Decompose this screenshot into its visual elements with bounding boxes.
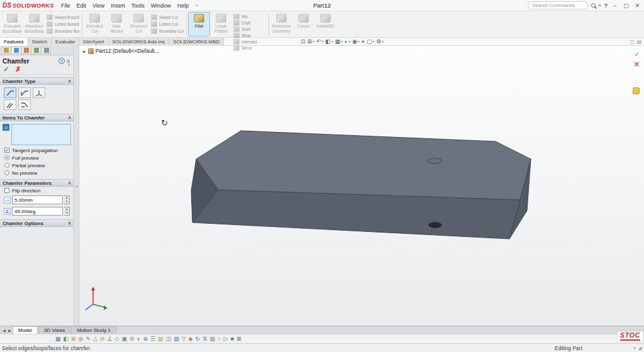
zoom-to-area-icon[interactable]: ⊞▾ bbox=[308, 39, 314, 45]
bottom-tool-icon-12[interactable]: ◐ bbox=[137, 336, 140, 342]
feature-manager-tab[interactable] bbox=[1, 47, 11, 54]
group-chamfer-parameters[interactable]: Chamfer Parameters ∧ bbox=[0, 179, 74, 187]
view-settings-icon[interactable]: ⚙▾ bbox=[376, 39, 384, 45]
bottom-tab-3d-views[interactable]: 3D Views bbox=[38, 326, 71, 334]
previous-view-icon[interactable]: ↶▾ bbox=[316, 39, 323, 45]
bottom-tool-icon-22[interactable]: ▨ bbox=[210, 336, 216, 342]
bottom-tool-icon-11[interactable]: ⚙ bbox=[130, 336, 135, 342]
status-caret-icon[interactable]: ▾ bbox=[633, 346, 636, 351]
ribbon-shell[interactable]: Shell bbox=[233, 26, 266, 32]
section-view-icon[interactable]: ◧▾ bbox=[325, 39, 333, 45]
bottom-tool-icon-10[interactable]: ▣ bbox=[121, 336, 127, 342]
bottom-tool-icon-5[interactable]: ✎ bbox=[86, 336, 91, 342]
ribbon-lofted-cut[interactable]: Lofted Cut bbox=[151, 21, 184, 27]
ok-button[interactable]: ✓ bbox=[3, 66, 9, 72]
menu-expand-icon[interactable]: » bbox=[193, 3, 199, 8]
menu-help[interactable]: Help bbox=[174, 3, 192, 9]
command-help-icon[interactable]: ? bbox=[58, 58, 65, 64]
apply-scene-icon[interactable]: ▢▾ bbox=[367, 39, 374, 45]
bottom-tool-icon-1[interactable]: ▦ bbox=[55, 336, 61, 342]
bottom-tool-icon-8[interactable]: ∠ bbox=[107, 336, 112, 342]
angle-input[interactable]: 45.00deg bbox=[12, 207, 63, 216]
bottom-tab-motion-study-1[interactable]: Motion Study 1 bbox=[71, 326, 116, 334]
bottom-tool-icon-26[interactable]: ⊠ bbox=[236, 336, 242, 342]
ribbon-swept-cut[interactable]: Swept Cut bbox=[151, 14, 184, 20]
feature-tree-root[interactable]: Part12 (Default<<Default... bbox=[96, 48, 159, 54]
tab-evaluate[interactable]: Evaluate bbox=[52, 38, 79, 46]
chamfer-type-face-face-button[interactable] bbox=[18, 99, 31, 110]
ribbon-extruded-boss-base[interactable]: Extruded Boss/Base bbox=[1, 12, 23, 36]
tab-scroll-left-icon[interactable]: ◀ bbox=[1, 328, 7, 334]
distance-spinner[interactable]: ▲▼ bbox=[64, 195, 70, 204]
confirmation-ok-icon[interactable]: ✓ bbox=[634, 51, 639, 58]
tab-features[interactable]: Features bbox=[0, 38, 28, 46]
bottom-tool-icon-20[interactable]: ↻ bbox=[196, 336, 201, 342]
ribbon-instant3d[interactable]: Instant3D bbox=[314, 12, 336, 36]
zoom-to-fit-icon[interactable]: ⊡ bbox=[301, 39, 306, 45]
pane-toggle-icon[interactable]: ◻ bbox=[630, 39, 635, 45]
chamfer-type-distance-distance-button[interactable] bbox=[18, 87, 31, 98]
flip-direction-checkbox[interactable]: Flip direction bbox=[0, 187, 74, 194]
angle-spinner[interactable]: ▲▼ bbox=[64, 207, 70, 216]
bottom-tool-icon-15[interactable]: ▥ bbox=[158, 336, 164, 342]
ribbon-intersect[interactable]: Intersect bbox=[233, 39, 266, 45]
part-top-face[interactable] bbox=[196, 131, 531, 200]
radio-full-preview[interactable]: Full preview bbox=[0, 154, 74, 162]
bottom-tool-icon-24[interactable]: ▷ bbox=[224, 336, 228, 342]
bottom-tool-icon-21[interactable]: ⇅ bbox=[203, 336, 208, 342]
group-chamfer-type[interactable]: Chamfer Type ∧ bbox=[0, 77, 74, 85]
search-icon[interactable] bbox=[591, 3, 596, 8]
search-commands-input[interactable]: Search Commands bbox=[528, 1, 588, 9]
property-manager-tab[interactable] bbox=[11, 47, 21, 54]
task-pane-icon[interactable] bbox=[633, 87, 640, 94]
tab-sketch[interactable]: Sketch bbox=[28, 38, 52, 46]
tangent-propagation-checkbox[interactable]: ✓ Tangent propagation bbox=[0, 146, 74, 154]
ribbon-revolved-boss-base[interactable]: Revolved Boss/Base bbox=[23, 12, 45, 36]
ribbon-boundary-boss-base[interactable]: Boundary Boss/Base bbox=[47, 28, 79, 35]
group-chamfer-options[interactable]: Chamfer Options ∨ bbox=[0, 219, 74, 227]
help-icon[interactable]: ? bbox=[604, 3, 608, 9]
bottom-tool-icon-18[interactable]: ▽ bbox=[182, 336, 186, 342]
bottom-tool-icon-9[interactable]: ◇ bbox=[115, 336, 119, 342]
configuration-manager-tab[interactable] bbox=[21, 47, 31, 54]
front-hole[interactable] bbox=[429, 223, 441, 228]
chamfer-type-vertex-button[interactable] bbox=[33, 87, 45, 98]
minimize-button[interactable]: – bbox=[611, 3, 619, 9]
close-button[interactable]: ✕ bbox=[633, 3, 641, 9]
cancel-button[interactable]: ✗ bbox=[15, 66, 21, 72]
chamfer-type-offset-face-button[interactable] bbox=[4, 99, 16, 110]
bottom-tool-icon-16[interactable]: ◫ bbox=[166, 336, 172, 342]
bottom-tool-icon-14[interactable]: ☰ bbox=[150, 336, 155, 342]
bottom-tool-icon-25[interactable]: ■ bbox=[230, 336, 233, 342]
menu-view[interactable]: View bbox=[89, 3, 108, 9]
bottom-tool-icon-19[interactable]: ◆ bbox=[189, 336, 193, 342]
ribbon-boundary-cut[interactable]: Boundary Cut bbox=[151, 28, 184, 35]
view-orientation-icon[interactable]: ▦▾ bbox=[335, 39, 342, 45]
ribbon-hole-wizard[interactable]: Hole Wizard bbox=[106, 12, 128, 36]
tab-dimxpert[interactable]: DimXpert bbox=[79, 38, 108, 46]
graphics-viewport[interactable]: ↻ ▶ Part12 (Default<<Default... ✓ ✕ bbox=[79, 46, 644, 326]
confirmation-cancel-icon[interactable]: ✕ bbox=[634, 60, 640, 69]
ribbon-wrap[interactable]: Wrap bbox=[233, 33, 266, 38]
maximize-button[interactable]: ▢ bbox=[622, 3, 630, 9]
pane-layout-icon[interactable]: ▤ bbox=[636, 39, 641, 45]
ribbon-reference-geometry[interactable]: Reference Geometry bbox=[270, 12, 292, 36]
part-model[interactable]: ↻ bbox=[79, 46, 644, 326]
display-style-icon[interactable]: ◐▾ bbox=[345, 39, 350, 45]
ribbon-curves[interactable]: Curves bbox=[292, 12, 314, 36]
tab-solidworks-mbd[interactable]: SOLIDWORKS MBD bbox=[169, 38, 224, 46]
ribbon-draft[interactable]: Draft bbox=[233, 20, 266, 26]
menu-edit[interactable]: Edit bbox=[73, 3, 89, 9]
radio-no-preview[interactable]: No preview bbox=[0, 169, 74, 177]
radio-partial-preview[interactable]: Partial preview bbox=[0, 162, 74, 169]
panel-collapse-icon[interactable]: ◂ bbox=[75, 184, 77, 188]
ribbon-revolved-cut[interactable]: Revolved Cut bbox=[128, 12, 150, 36]
edit-appearance-icon[interactable]: ● bbox=[362, 39, 365, 45]
ribbon-mirror[interactable]: Mirror bbox=[233, 45, 266, 51]
distance-input[interactable]: 5.00mm bbox=[12, 195, 63, 204]
bottom-tool-icon-7[interactable]: ⇄ bbox=[100, 336, 105, 342]
resize-grip-icon[interactable]: ◢ bbox=[638, 346, 641, 351]
bottom-tool-icon-6[interactable]: △ bbox=[93, 336, 97, 342]
dimxpert-manager-tab[interactable] bbox=[31, 47, 41, 54]
hide-show-items-icon[interactable]: ◉▾ bbox=[352, 39, 360, 45]
